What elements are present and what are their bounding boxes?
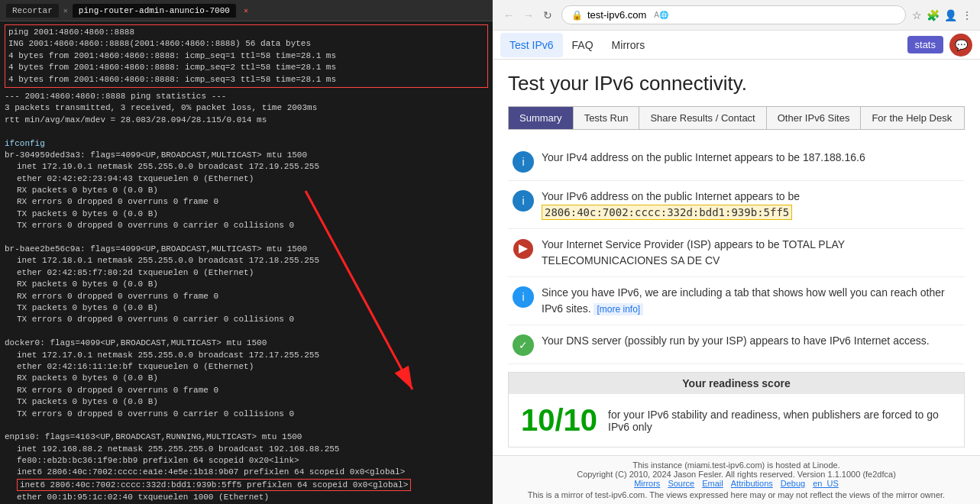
dns-info-row: ✓ Your DNS server (possibly run by your …	[508, 325, 965, 364]
footer-link-attributions[interactable]: Attributions	[731, 479, 773, 488]
iface-enp-inet: inet 192.168.88.2 netmask 255.255.255.0 …	[5, 444, 488, 455]
iface-docker-rxerr: RX errors 0 dropped 0 overruns 0 frame 0	[5, 385, 488, 396]
check-icon-5: ✓	[513, 334, 534, 356]
info-icon-2: i	[513, 190, 534, 212]
iface-br2-inet: inet 172.18.0.1 netmask 255.255.0.0 broa…	[5, 255, 488, 267]
iface-br1-inet: inet 172.19.0.1 netmask 255.255.0.0 broa…	[5, 161, 488, 173]
iface-docker0: docker0: flags=4099<UP,BROADCAST,MULTICA…	[5, 338, 488, 349]
ifconfig-cmd: ifconfig	[5, 138, 488, 150]
terminal-tab-bar: Recortar ✕ ping-router-admin-anuncio-700…	[0, 0, 493, 21]
iface-br1-txpkt: TX packets 0 bytes 0 (0.0 B)	[5, 208, 488, 220]
dns-info-text: Your DNS server (possibly run by your IS…	[542, 333, 930, 349]
readiness-header: Your readiness score	[509, 373, 964, 394]
right-panel: ← → ↻ 🔒 test-ipv6.com A🌐 ☆ 🧩 👤 ⋮ Test IP…	[493, 0, 980, 504]
iface-enp-inet6-highlighted: inet6 2806:40c:7002:cccc:332d:bdd1:939b:…	[5, 480, 488, 491]
iface-enp-ether: ether 00:1b:95:1c:02:40 txqueuelen 1000 …	[5, 492, 488, 503]
lock-icon: 🔒	[571, 10, 583, 21]
hosted-note: This instance (miami.test-ipv6.com) is h…	[505, 460, 968, 470]
iface-br2-rxerr: RX errors 0 dropped 0 overruns 0 frame 0	[5, 291, 488, 302]
terminal-panel: Recortar ✕ ping-router-admin-anuncio-700…	[0, 0, 493, 504]
ping-line-5: 4 bytes from 2001:4860:4860::8888: icmp_…	[8, 74, 484, 86]
iface-docker-txerr: TX errors 0 dropped 0 overruns 0 carrier…	[5, 409, 488, 420]
info-icon-1: i	[513, 151, 534, 173]
forward-button[interactable]: →	[520, 8, 537, 23]
iface-br1-rxerr: RX errors 0 dropped 0 overruns 0 frame 0	[5, 196, 488, 208]
footer-link-debug[interactable]: Debug	[781, 479, 805, 488]
isp-info-text: Your Internet Service Provider (ISP) app…	[542, 237, 960, 269]
tab-summary[interactable]: Summary	[509, 107, 574, 129]
nav-test-ipv6[interactable]: Test IPv6	[500, 33, 563, 57]
iface-br1-ether: ether 02:42:e2:23:94:43 txqueuelen 0 (Et…	[5, 173, 488, 185]
menu-icon[interactable]: ⋮	[962, 9, 972, 21]
score-desc: for your IPv6 stability and readiness, w…	[608, 409, 952, 433]
footer-link-mirrors[interactable]: Mirrors	[634, 479, 660, 488]
iface-br1-rxpkt: RX packets 0 bytes 0 (0.0 B)	[5, 185, 488, 196]
iface-br2-txpkt: TX packets 0 bytes 0 (0.0 B)	[5, 302, 488, 314]
ipv6-info-row: i Your IPv6 address on the public Intern…	[508, 181, 965, 229]
ipv4-info-text: Your IPv4 address on the public Internet…	[542, 150, 865, 166]
tab-tests-run[interactable]: Tests Run	[574, 107, 640, 129]
reload-button[interactable]: ↻	[540, 8, 555, 23]
close-tab-icon[interactable]: ✕	[244, 6, 248, 15]
terminal-tab-ping[interactable]: ping-router-admin-anuncio-7000	[73, 4, 236, 18]
more-info-link[interactable]: [more info]	[593, 303, 643, 315]
ipv6-info-text: Your IPv6 address on the public Internet…	[542, 189, 960, 221]
footer-link-locale[interactable]: en_US	[813, 479, 839, 488]
terminal-tab-recortar[interactable]: Recortar	[6, 4, 59, 18]
iface-docker-ether: ether 02:42:16:11:1e:bf txqueuelen 0 (Et…	[5, 361, 488, 373]
red-arrow-icon	[513, 238, 534, 260]
tab-other-ipv6[interactable]: Other IPv6 Sites	[767, 107, 862, 129]
address-bar[interactable]: 🔒 test-ipv6.com A🌐	[561, 5, 906, 24]
tab-share-results[interactable]: Share Results / Contact	[639, 107, 766, 129]
iface-enp-fe80: fe80::eb2b:bc36:1f9e:bb9 prefixlen 64 sc…	[5, 455, 488, 467]
ping-rtt-stats: rtt min/avg/max/mdev = 28.083/28.094/28.…	[5, 115, 488, 126]
tabs-bar: Summary Tests Run Share Results / Contac…	[508, 106, 965, 130]
score-number: 10/10	[521, 403, 597, 438]
readiness-section: Your readiness score 10/10 for your IPv6…	[508, 372, 965, 447]
extensions-icon[interactable]: 🧩	[927, 9, 940, 21]
site-nav: Test IPv6 FAQ Mirrors stats 💬	[493, 31, 980, 60]
mirror-note: This is a mirror of test-ipv6.com. The v…	[505, 490, 968, 499]
bookmark-icon[interactable]: ☆	[912, 9, 922, 21]
browser-toolbar-icons: ☆ 🧩 👤 ⋮	[912, 9, 972, 21]
ping-line-2: ING 2001:4860:4860::8888(2001:4860:4860:…	[8, 38, 484, 50]
nav-buttons: ← → ↻	[500, 8, 555, 23]
iface-br2: br-baee2be56c9a: flags=4099<UP,BROADCAST…	[5, 244, 488, 255]
footer-link-email[interactable]: Email	[702, 479, 723, 488]
iface-docker-txpkt: TX packets 0 bytes 0 (0.0 B)	[5, 396, 488, 408]
page-title: Test your IPv6 connectivity.	[508, 72, 965, 95]
more-info-text: Since you have IPv6, we are including a …	[542, 285, 960, 317]
ipv6-address-highlighted: 2806:40c:7002:cccc:332d:bdd1:939b:5ff5	[542, 205, 792, 220]
iface-br2-ether: ether 02:42:85:f7:80:2d txqueuelen 0 (Et…	[5, 267, 488, 279]
highlighted-ipv6-line: inet6 2806:40c:7002:cccc:332d:bdd1:939b:…	[17, 479, 411, 491]
footer-link-source[interactable]: Source	[668, 479, 694, 488]
nav-faq[interactable]: FAQ	[563, 33, 603, 57]
iface-br2-rxpkt: RX packets 0 bytes 0 (0.0 B)	[5, 279, 488, 290]
iface-docker-rxpkt: RX packets 0 bytes 0 (0.0 B)	[5, 373, 488, 384]
iface-br2-txerr: TX errors 0 dropped 0 overruns 0 carrier…	[5, 314, 488, 325]
chat-bubble-icon[interactable]: 💬	[949, 34, 972, 57]
iface-br1-txerr: TX errors 0 dropped 0 overruns 0 carrier…	[5, 220, 488, 231]
ping-stats: --- 2001:4860:4860::8888 ping statistics…	[5, 91, 488, 102]
ipv4-info-row: i Your IPv4 address on the public Intern…	[508, 142, 965, 181]
translate-icon[interactable]: A🌐	[654, 11, 668, 19]
site-content: Test your IPv6 connectivity. Summary Tes…	[493, 60, 980, 455]
readiness-body: 10/10 for your IPv6 stability and readin…	[509, 394, 964, 447]
ping-line-3: 4 bytes from 2001:4860:4860::8888: icmp_…	[8, 50, 484, 62]
url-text: test-ipv6.com	[587, 9, 646, 21]
iface-docker-inet: inet 172.17.0.1 netmask 255.255.0.0 broa…	[5, 350, 488, 361]
terminal-content: ping 2001:4860:4860::8888 ING 2001:4860:…	[0, 21, 493, 504]
site-footer: This instance (miami.test-ipv6.com) is h…	[493, 455, 980, 504]
back-button[interactable]: ←	[500, 8, 517, 23]
ipv6-text-before: Your IPv6 address on the public Internet…	[542, 190, 800, 202]
nav-mirrors[interactable]: Mirrors	[603, 33, 655, 57]
more-info-row: i Since you have IPv6, we are including …	[508, 277, 965, 325]
tab-help-desk[interactable]: For the Help Desk	[861, 107, 962, 129]
iface-br1: br-304959ded3a3: flags=4099<UP,BROADCAST…	[5, 150, 488, 161]
isp-info-row: Your Internet Service Provider (ISP) app…	[508, 229, 965, 277]
profile-icon[interactable]: 👤	[944, 9, 957, 21]
ping-output-box: ping 2001:4860:4860::8888 ING 2001:4860:…	[5, 24, 488, 88]
stats-button[interactable]: stats	[907, 36, 943, 53]
browser-chrome: ← → ↻ 🔒 test-ipv6.com A🌐 ☆ 🧩 👤 ⋮	[493, 0, 980, 31]
iface-enp-inet6-1: inet6 2806:40c:7002:cccc:ea1e:4e5e:1b18:…	[5, 467, 488, 478]
